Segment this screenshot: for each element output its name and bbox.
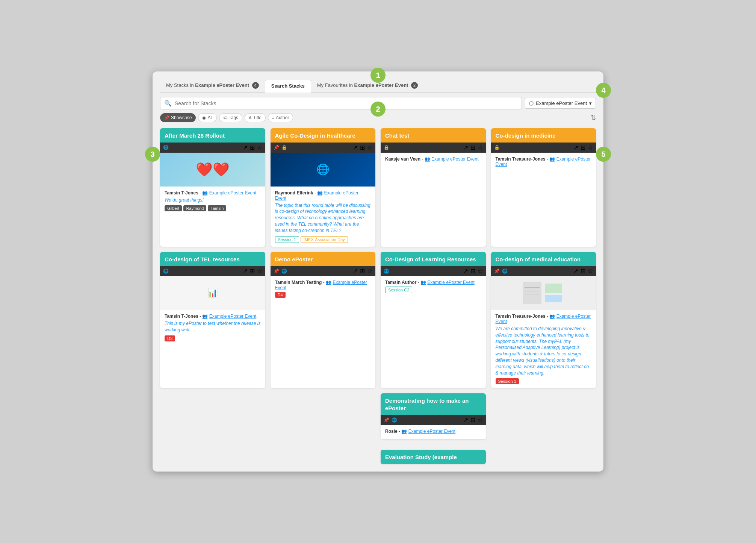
card-tags-after-march: Gilbert Raymond Tamsin <box>165 205 261 211</box>
tag-session1[interactable]: Session 1 <box>496 378 519 384</box>
card-action-icons: ↗ ⊞ ☆ <box>243 144 262 151</box>
card-author-tel: Tamsin T-Jones - 👥 Example ePoster Event <box>165 314 261 319</box>
event-link[interactable]: Example ePoster Event <box>209 190 256 196</box>
filter-title[interactable]: A Title <box>245 113 266 122</box>
grid-icon[interactable]: ⊞ <box>470 267 475 275</box>
event-link[interactable]: Example ePoster Event <box>209 314 256 319</box>
card-header-tel: Co-design of TEL resources <box>160 252 265 266</box>
card-action-icons: ↗ ⊞ ☆ <box>463 416 483 423</box>
tag-session1[interactable]: Session 1 <box>275 236 299 243</box>
star-icon[interactable]: ☆ <box>588 267 593 275</box>
chevron-down-icon: ▾ <box>589 100 592 106</box>
card-icons-codesign-med: 🔒 ↗ ⊞ ☆ <box>491 143 596 153</box>
tag-d3[interactable]: D3 <box>165 335 175 341</box>
card-action-icons: ↗ ⊞ ☆ <box>353 144 372 151</box>
card-body-chat: Kaasje van Veen - 👥 Example ePoster Even… <box>381 153 486 247</box>
tag-session-c2[interactable]: Session C2 <box>385 287 412 293</box>
author-group-icon: 👥 <box>425 156 430 162</box>
card-icons-agile: 📌 🔒 ↗ ⊞ ☆ <box>271 143 376 153</box>
card-body-learning: Tamsin Author - 👥 Example ePoster Event … <box>381 276 486 388</box>
card-header-after-march: After March 28 Rollout <box>160 128 265 143</box>
author-group-icon: 👥 <box>549 156 555 162</box>
author-group-icon: 👥 <box>202 190 208 196</box>
external-link-icon[interactable]: ↗ <box>463 267 468 275</box>
search-input[interactable] <box>175 100 518 106</box>
globe-icon: 🌐 <box>502 268 508 274</box>
star-icon[interactable]: ☆ <box>588 144 593 151</box>
event-link[interactable]: Example ePoster Event <box>408 429 455 434</box>
card-thumb-hearts: ❤️❤️ <box>160 153 265 187</box>
grid-icon[interactable]: ⊞ <box>360 144 365 151</box>
grid-icon[interactable]: ⊞ <box>581 267 585 275</box>
external-link-icon[interactable]: ↗ <box>463 144 468 151</box>
card-body-codesign-med: Tamsin Treasure-Jones - 👥 Example ePoste… <box>491 153 596 247</box>
sort-icon[interactable]: ⇅ <box>590 114 596 122</box>
tag-raymond[interactable]: Raymond <box>183 205 206 211</box>
event-link[interactable]: Example ePoster Event <box>431 156 478 162</box>
svg-rect-6 <box>545 295 562 302</box>
event-dot-icon <box>529 101 534 106</box>
grid-icon[interactable]: ⊞ <box>581 144 585 151</box>
globe-icon: 🌐 <box>163 268 169 274</box>
author-group-icon: 👥 <box>420 280 426 285</box>
card-tags-learning: Session C2 <box>385 287 481 293</box>
external-link-icon[interactable]: ↗ <box>463 416 468 423</box>
star-icon[interactable]: ☆ <box>367 144 372 151</box>
star-icon[interactable]: ☆ <box>478 144 483 151</box>
circle-2: 2 <box>370 102 386 117</box>
star-icon[interactable]: ☆ <box>367 267 372 275</box>
grid-icon[interactable]: ⊞ <box>360 267 365 275</box>
filter-all[interactable]: ◉ All <box>198 113 216 122</box>
pin-icon: 📌 <box>274 145 279 150</box>
card-author-codesign-med: Tamsin Treasure-Jones - 👥 Example ePoste… <box>496 156 592 167</box>
external-link-icon[interactable]: ↗ <box>573 144 578 151</box>
filter-tags[interactable]: 🏷 Tags <box>219 113 242 122</box>
grid-icon[interactable]: ⊞ <box>470 416 475 423</box>
star-icon[interactable]: ☆ <box>257 267 262 275</box>
card-header-codesign-med: Co-design in medicine <box>491 128 596 143</box>
filter-showcase[interactable]: 📌 Showcase <box>160 113 196 122</box>
search-icon: 🔍 <box>164 100 172 107</box>
grid-icon[interactable]: ⊞ <box>250 267 255 275</box>
external-link-icon[interactable]: ↗ <box>243 144 248 151</box>
card-header-learning: Co-Design of Learning Resources <box>381 252 486 266</box>
tag-d4[interactable]: D4 <box>275 292 286 298</box>
card-codesign-med-edu: Co-design of medical education 📌 🌐 ↗ ⊞ ☆ <box>491 252 596 388</box>
card-tags-tel: D3 <box>165 335 261 341</box>
author-group-icon: 👥 <box>202 314 208 319</box>
card-header-chat: Chat test <box>381 128 486 143</box>
search-input-wrap[interactable]: 🔍 <box>160 97 522 109</box>
card-desc-after-march: We do great things! <box>165 197 261 203</box>
tab-my-favourites[interactable]: My Favourites in Example ePoster Event 2 <box>311 79 424 92</box>
event-link[interactable]: Example ePoster Event <box>427 280 474 285</box>
svg-rect-5 <box>545 284 562 293</box>
circle-3: 3 <box>145 147 160 162</box>
tag-gilbert[interactable]: Gilbert <box>165 205 182 211</box>
event-selector[interactable]: Example ePoster Event ▾ <box>525 98 596 109</box>
card-codesign-learning: Co-Design of Learning Resources 🌐 ↗ ⊞ ☆ … <box>381 252 486 388</box>
tab-search-stacks[interactable]: Search Stacks <box>265 80 311 93</box>
tab-my-stacks[interactable]: My Stacks in Example ePoster Event 4 <box>160 79 265 92</box>
card-agile: Agile Co-Design in Healthcare 📌 🔒 ↗ ⊞ ☆ … <box>271 128 376 246</box>
external-link-icon[interactable]: ↗ <box>353 267 358 275</box>
external-link-icon[interactable]: ↗ <box>353 144 358 151</box>
tag-tamsin[interactable]: Tamsin <box>208 205 226 211</box>
card-thumb-medical <box>491 276 596 310</box>
card-action-icons: ↗ ⊞ ☆ <box>353 267 372 275</box>
grid-icon[interactable]: ⊞ <box>250 144 255 151</box>
card-tags-demo: D4 <box>275 292 371 298</box>
external-link-icon[interactable]: ↗ <box>573 267 578 275</box>
star-icon[interactable]: ☆ <box>257 144 262 151</box>
card-tags-med-edu: Session 1 <box>496 378 592 384</box>
card-header-agile: Agile Co-Design in Healthcare <box>271 128 376 143</box>
card-body-demonstrating: Rosie - 👥 Example ePoster Event <box>381 425 486 439</box>
star-icon[interactable]: ☆ <box>478 416 483 423</box>
tag-imex[interactable]: IMEX-Association-Day <box>301 236 348 243</box>
card-tags-agile: Session 1 IMEX-Association-Day <box>275 236 371 243</box>
star-icon[interactable]: ☆ <box>478 267 483 275</box>
filter-author[interactable]: ≡ Author <box>268 113 293 122</box>
card-desc-tel: This is my ePoster to test whether the r… <box>165 320 261 333</box>
grid-icon[interactable]: ⊞ <box>470 144 475 151</box>
external-link-icon[interactable]: ↗ <box>243 267 248 275</box>
card-after-march: After March 28 Rollout 🌐 ↗ ⊞ ☆ ❤️❤️ Tams… <box>160 128 265 246</box>
